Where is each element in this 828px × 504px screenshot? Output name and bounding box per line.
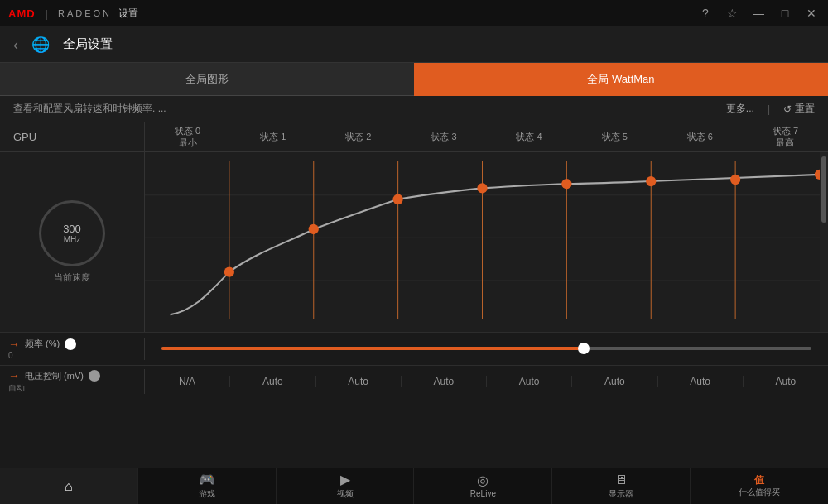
- voltage-states: N/A Auto Auto Auto Auto Auto Auto Auto: [145, 376, 828, 387]
- minimize-button[interactable]: —: [750, 5, 767, 22]
- svg-point-15: [646, 176, 656, 186]
- scrollbar-thumb[interactable]: [821, 156, 826, 223]
- games-icon: 🎮: [199, 473, 215, 487]
- reset-icon: ↺: [783, 103, 792, 115]
- svg-point-14: [561, 179, 571, 189]
- voltage-label-panel: → 电压控制 (mV) 自动: [0, 369, 145, 394]
- frequency-toggle[interactable]: [65, 338, 76, 350]
- svg-point-11: [309, 224, 319, 234]
- zhihu-label: 什么值得买: [739, 487, 780, 498]
- state-col-5: 状态 5: [572, 132, 657, 142]
- frequency-graph: [145, 152, 820, 332]
- state-col-4: 状态 4: [487, 132, 572, 142]
- frequency-slider-track[interactable]: [161, 347, 811, 350]
- state-col-3: 状态 3: [401, 132, 486, 142]
- tab-global-graphics[interactable]: 全局图形: [0, 63, 414, 96]
- frequency-slider-area[interactable]: [145, 347, 828, 350]
- voltage-cell-3: Auto: [401, 376, 486, 387]
- titlebar-controls: ? ☆ — □ ✕: [697, 5, 820, 22]
- svg-point-10: [224, 266, 234, 276]
- app-title: 设置: [118, 7, 138, 21]
- state-col-7: 状态 7 最高: [743, 126, 828, 147]
- speed-label: 当前速度: [54, 271, 90, 284]
- display-icon: 🖥: [614, 473, 628, 487]
- speed-value: 300: [63, 223, 81, 235]
- frequency-arrow-icon: →: [8, 338, 20, 351]
- infobar: 查看和配置风扇转速和时钟频率. ... 更多... | ↺ 重置: [0, 96, 828, 122]
- page-title: 全局设置: [63, 36, 113, 52]
- video-label: 视频: [337, 488, 354, 500]
- zhihu-icon: 值: [754, 475, 764, 485]
- svg-point-17: [815, 170, 820, 180]
- bottombar-item-display[interactable]: 🖥 显示器: [552, 468, 691, 504]
- maximize-button[interactable]: □: [777, 5, 793, 22]
- infobar-text: 查看和配置风扇转速和时钟频率. ...: [13, 102, 166, 116]
- amd-logo: AMD: [8, 7, 36, 20]
- frequency-slider-thumb[interactable]: [578, 343, 590, 354]
- frequency-value: 0: [8, 351, 136, 360]
- voltage-cell-1: Auto: [229, 376, 315, 387]
- globe-icon: 🌐: [31, 36, 50, 54]
- infobar-divider: |: [768, 103, 770, 115]
- bottombar-item-relive[interactable]: ◎ ReLive: [414, 468, 552, 504]
- help-button[interactable]: ?: [697, 5, 714, 22]
- bottombar-item-home[interactable]: ⌂: [0, 468, 138, 504]
- state-col-0: 状态 0 最小: [145, 126, 230, 147]
- titlebar: AMD | RADEON 设置 ? ☆ — □ ✕: [0, 0, 828, 26]
- display-label: 显示器: [609, 488, 633, 500]
- home-icon: ⌂: [65, 480, 73, 493]
- video-icon: ▶: [340, 473, 350, 487]
- frequency-controls: → 频率 (%) 0: [0, 332, 828, 365]
- voltage-cell-4: Auto: [486, 376, 571, 387]
- infobar-actions: 更多... | ↺ 重置: [726, 102, 815, 116]
- relive-icon: ◎: [477, 474, 489, 487]
- relive-label: ReLive: [470, 489, 496, 498]
- speed-unit: MHz: [64, 235, 81, 244]
- frequency-label-panel: → 频率 (%) 0: [0, 338, 145, 360]
- games-label: 游戏: [199, 488, 215, 500]
- more-button[interactable]: 更多...: [726, 102, 754, 116]
- state-col-6: 状态 6: [657, 132, 743, 142]
- star-button[interactable]: ☆: [724, 5, 740, 22]
- state-col-2: 状态 2: [315, 132, 401, 142]
- navbar: ‹ 🌐 全局设置: [0, 26, 828, 63]
- graph-scrollbar[interactable]: [820, 152, 828, 332]
- voltage-cell-5: Auto: [571, 376, 657, 387]
- bottombar-item-video[interactable]: ▶ 视频: [277, 468, 415, 504]
- back-button[interactable]: ‹: [13, 37, 18, 52]
- bottombar: ⌂ 🎮 游戏 ▶ 视频 ◎ ReLive 🖥 显示器 值 什么值得买: [0, 468, 828, 504]
- voltage-cell-2: Auto: [315, 376, 401, 387]
- graph-section: 300 MHz 当前速度: [0, 152, 828, 332]
- titlebar-left: AMD | RADEON 设置: [8, 7, 138, 21]
- voltage-cell-0: N/A: [145, 376, 229, 387]
- states-columns: 状态 0 最小 状态 1 状态 2 状态 3 状态 4 状态 5 状态 6 状态…: [145, 122, 828, 151]
- voltage-arrow-icon: →: [8, 369, 20, 382]
- frequency-slider-fill: [161, 347, 584, 350]
- gpu-speed-panel: 300 MHz 当前速度: [0, 152, 145, 332]
- voltage-row: → 电压控制 (mV) 自动 N/A Auto Auto Auto Auto A…: [0, 365, 828, 398]
- radeon-text: RADEON: [58, 8, 112, 18]
- states-header-bar: GPU 状态 0 最小 状态 1 状态 2 状态 3 状态 4 状态 5 状态 …: [0, 122, 828, 152]
- svg-point-16: [730, 175, 740, 185]
- voltage-toggle[interactable]: [89, 370, 100, 382]
- bottombar-item-zhihu[interactable]: 值 什么值得买: [691, 468, 828, 504]
- graph-svg: [145, 152, 820, 332]
- bottombar-item-games[interactable]: 🎮 游戏: [138, 468, 277, 504]
- svg-point-13: [477, 183, 487, 193]
- reset-button[interactable]: ↺ 重置: [783, 102, 815, 116]
- tab-bar: 全局图形 全局 WattMan: [0, 63, 828, 96]
- gpu-label: GPU: [0, 122, 145, 151]
- close-button[interactable]: ✕: [803, 5, 820, 22]
- speed-dial: 300 MHz: [39, 200, 105, 266]
- voltage-sublabel: 自动: [8, 382, 136, 394]
- title-sep: |: [46, 7, 48, 20]
- voltage-label: → 电压控制 (mV): [8, 369, 136, 382]
- svg-point-12: [393, 194, 403, 204]
- tab-global-wattman[interactable]: 全局 WattMan: [414, 63, 828, 96]
- voltage-cell-7: Auto: [743, 376, 828, 387]
- frequency-label: → 频率 (%): [8, 338, 136, 351]
- voltage-cell-6: Auto: [657, 376, 743, 387]
- state-col-1: 状态 1: [230, 132, 315, 142]
